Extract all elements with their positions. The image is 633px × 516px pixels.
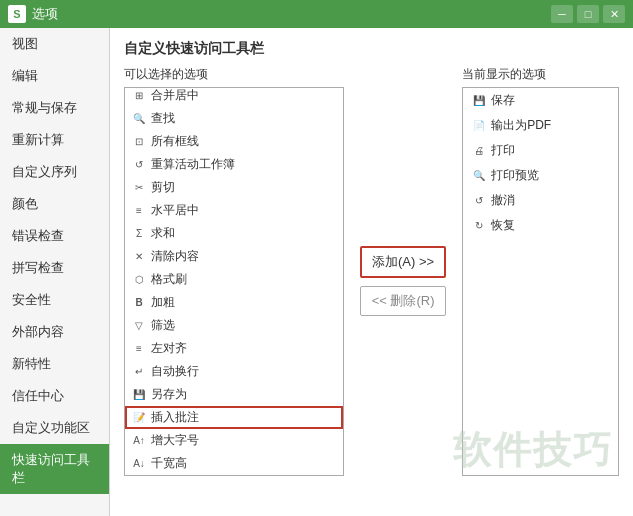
list-item[interactable]: ↺重算活动工作簿 xyxy=(125,153,343,176)
list-item[interactable]: ⊡所有框线 xyxy=(125,130,343,153)
app-icon: S xyxy=(8,5,26,23)
list-item-label: 清除内容 xyxy=(151,248,199,265)
available-panel: 可以选择的选项 ↺撤消↻恢复❐复制📋粘贴⊞合并居中🔍查找⊡所有框线↺重算活动工作… xyxy=(124,66,344,476)
list-item[interactable]: 📝插入批注 xyxy=(125,406,343,429)
sidebar-item-spell-check[interactable]: 拼写检查 xyxy=(0,252,109,284)
add-button[interactable]: 添加(A) >> xyxy=(360,246,446,278)
list-item[interactable]: ▽筛选 xyxy=(125,314,343,337)
list-item[interactable]: 🔍查找 xyxy=(125,107,343,130)
list-item-label: 格式刷 xyxy=(151,271,187,288)
current-list[interactable]: 💾保存📄输出为PDF🖨打印🔍打印预览↺撤消↻恢复 xyxy=(462,87,619,476)
paintbrush-icon: ⬡ xyxy=(131,272,147,288)
current-list-item-label: 打印预览 xyxy=(491,167,539,184)
current-list-item[interactable]: 📄输出为PDF xyxy=(463,113,618,138)
sidebar-item-general-save[interactable]: 常规与保存 xyxy=(0,92,109,124)
list-item-label: 自动换行 xyxy=(151,363,199,380)
list-item-label: 筛选 xyxy=(151,317,175,334)
list-item-label: 求和 xyxy=(151,225,175,242)
list-item-label: 左对齐 xyxy=(151,340,187,357)
sidebar-item-custom-sequence[interactable]: 自定义序列 xyxy=(0,156,109,188)
save-icon: 💾 xyxy=(471,93,487,109)
sidebar-item-external[interactable]: 外部内容 xyxy=(0,316,109,348)
scissors-icon: ✂ xyxy=(131,180,147,196)
sum-icon: Σ xyxy=(131,226,147,242)
sidebar-item-edit[interactable]: 编辑 xyxy=(0,60,109,92)
decrease-font-icon: A↓ xyxy=(131,456,147,472)
list-item[interactable]: 💾另存为 xyxy=(125,383,343,406)
toolbar-section: 可以选择的选项 ↺撤消↻恢复❐复制📋粘贴⊞合并居中🔍查找⊡所有框线↺重算活动工作… xyxy=(124,66,619,476)
current-list-item[interactable]: ↺撤消 xyxy=(463,188,618,213)
list-item[interactable]: ⬡格式刷 xyxy=(125,268,343,291)
list-item-label: 增大字号 xyxy=(151,432,199,449)
sidebar-item-new-features[interactable]: 新特性 xyxy=(0,348,109,380)
sidebar-item-recalculate[interactable]: 重新计算 xyxy=(0,124,109,156)
remove-button[interactable]: << 删除(R) xyxy=(360,286,446,316)
current-list-item-label: 打印 xyxy=(491,142,515,159)
current-label: 当前显示的选项 xyxy=(462,66,619,83)
list-item[interactable]: B加粗 xyxy=(125,291,343,314)
list-item[interactable]: ⊞合并居中 xyxy=(125,87,343,107)
clear-icon: ✕ xyxy=(131,249,147,265)
sidebar-item-trust-center[interactable]: 信任中心 xyxy=(0,380,109,412)
current-list-item[interactable]: 🖨打印 xyxy=(463,138,618,163)
insert-note-icon: 📝 xyxy=(131,410,147,426)
list-item-label: 插入批注 xyxy=(151,409,199,426)
maximize-button[interactable]: □ xyxy=(577,5,599,23)
filter-icon: ▽ xyxy=(131,318,147,334)
current-list-item[interactable]: 💾保存 xyxy=(463,88,618,113)
list-item-label: 所有框线 xyxy=(151,133,199,150)
list-item-label: 合并居中 xyxy=(151,87,199,104)
print-preview-icon: 🔍 xyxy=(471,168,487,184)
sidebar: 视图编辑常规与保存重新计算自定义序列颜色错误检查拼写检查安全性外部内容新特性信任… xyxy=(0,28,110,516)
list-item-label: 重算活动工作簿 xyxy=(151,156,235,173)
middle-buttons: 添加(A) >> << 删除(R) xyxy=(360,66,446,476)
auto-fill-icon: ↵ xyxy=(131,364,147,380)
sidebar-item-view[interactable]: 视图 xyxy=(0,28,109,60)
list-item[interactable]: ≡左对齐 xyxy=(125,337,343,360)
sidebar-item-error-check[interactable]: 错误检查 xyxy=(0,220,109,252)
list-item[interactable]: Σ求和 xyxy=(125,222,343,245)
list-item-label: 千宽高 xyxy=(151,455,187,472)
current-list-item[interactable]: 🔍打印预览 xyxy=(463,163,618,188)
current-panel: 当前显示的选项 💾保存📄输出为PDF🖨打印🔍打印预览↺撤消↻恢复 xyxy=(462,66,619,476)
sidebar-item-quick-access[interactable]: 快速访问工具栏 xyxy=(0,444,109,494)
current-list-item-label: 撤消 xyxy=(491,192,515,209)
content-area: 自定义快速访问工具栏 可以选择的选项 ↺撤消↻恢复❐复制📋粘贴⊞合并居中🔍查找⊡… xyxy=(110,28,633,516)
available-list[interactable]: ↺撤消↻恢复❐复制📋粘贴⊞合并居中🔍查找⊡所有框线↺重算活动工作簿✂剪切≡水平居… xyxy=(124,87,344,476)
list-item-label: 另存为 xyxy=(151,386,187,403)
close-button[interactable]: ✕ xyxy=(603,5,625,23)
sidebar-item-security[interactable]: 安全性 xyxy=(0,284,109,316)
list-item-label: 剪切 xyxy=(151,179,175,196)
window-controls: ─ □ ✕ xyxy=(551,5,625,23)
list-item-label: 水平居中 xyxy=(151,202,199,219)
borders-icon: ⊡ xyxy=(131,134,147,150)
sidebar-item-custom-area[interactable]: 自定义功能区 xyxy=(0,412,109,444)
print-icon: 🖨 xyxy=(471,143,487,159)
align-left-icon: ≡ xyxy=(131,341,147,357)
current-list-item[interactable]: ↻恢复 xyxy=(463,213,618,238)
minimize-button[interactable]: ─ xyxy=(551,5,573,23)
list-item[interactable]: ≡水平居中 xyxy=(125,199,343,222)
sidebar-item-color[interactable]: 颜色 xyxy=(0,188,109,220)
list-item[interactable]: ✂剪切 xyxy=(125,176,343,199)
find-icon: 🔍 xyxy=(131,111,147,127)
window-title: 选项 xyxy=(32,5,551,23)
available-label: 可以选择的选项 xyxy=(124,66,344,83)
list-item[interactable]: A↑增大字号 xyxy=(125,429,343,452)
list-item[interactable]: ↵自动换行 xyxy=(125,360,343,383)
undo2-icon: ↺ xyxy=(471,193,487,209)
center-icon: ≡ xyxy=(131,203,147,219)
current-list-item-label: 保存 xyxy=(491,92,515,109)
current-list-item-label: 输出为PDF xyxy=(491,117,551,134)
save-as-icon: 💾 xyxy=(131,387,147,403)
bold-icon: B xyxy=(131,295,147,311)
recalc-icon: ↺ xyxy=(131,157,147,173)
list-item-label: 查找 xyxy=(151,110,175,127)
current-list-item-label: 恢复 xyxy=(491,217,515,234)
list-item[interactable]: ✕清除内容 xyxy=(125,245,343,268)
list-item[interactable]: A↓千宽高 xyxy=(125,452,343,475)
section-title: 自定义快速访问工具栏 xyxy=(124,40,619,58)
increase-font-icon: A↑ xyxy=(131,433,147,449)
merge-icon: ⊞ xyxy=(131,88,147,104)
list-item-label: 加粗 xyxy=(151,294,175,311)
